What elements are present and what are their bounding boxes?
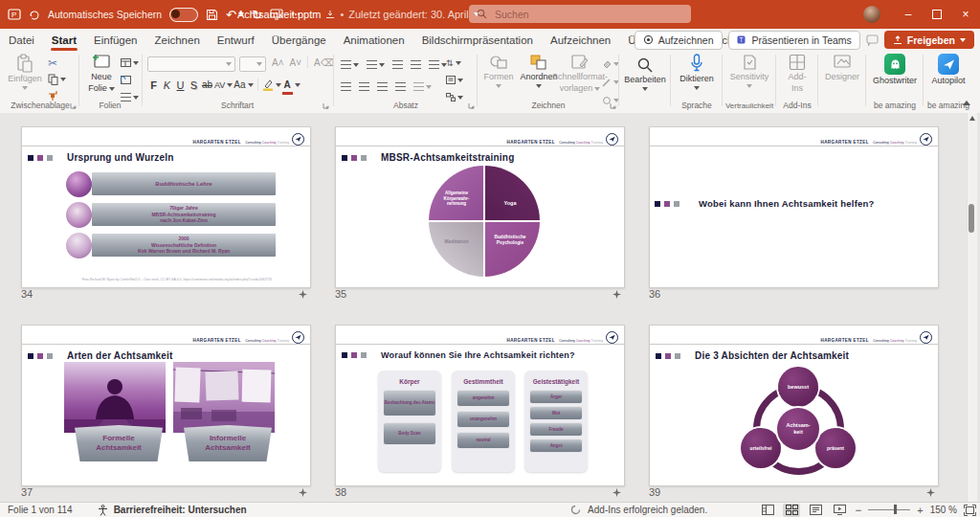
line-spacing-icon[interactable]	[429, 57, 447, 72]
tab-start[interactable]: Start	[43, 29, 85, 51]
shape-outline-icon[interactable]	[602, 75, 619, 89]
user-avatar[interactable]	[863, 6, 880, 23]
editing-button[interactable]: Bearbeiten	[622, 56, 668, 91]
buddha-photo-circle	[66, 171, 92, 197]
dictate-button[interactable]: Diktieren	[676, 54, 718, 90]
italic-button[interactable]: K	[161, 79, 173, 91]
slide-layout-icon[interactable]	[121, 56, 139, 70]
reset-slide-icon[interactable]	[121, 73, 139, 87]
slide-thumbnail-35[interactable]: HARGARTEN ETZEL Consulting Coaching Trai…	[335, 126, 625, 288]
paste-button[interactable]: Einfügen	[8, 54, 42, 90]
share-button[interactable]: Freigeben	[884, 31, 974, 49]
save-icon[interactable]	[206, 9, 218, 21]
tab-einfuegen[interactable]: Einfügen	[85, 29, 145, 51]
zoom-slider-thumb[interactable]	[894, 505, 897, 514]
clear-formatting-icon[interactable]: A⌫	[314, 57, 334, 68]
font-dialog-launcher[interactable]	[323, 102, 329, 109]
shapes-button[interactable]: Formen	[480, 54, 517, 88]
clipboard-dialog-launcher[interactable]	[70, 102, 77, 109]
increase-indent-icon[interactable]	[411, 57, 421, 72]
collapse-ribbon-icon[interactable]	[963, 101, 970, 105]
maximize-button[interactable]	[923, 0, 951, 29]
search-input[interactable]	[493, 8, 683, 21]
designer-button[interactable]: Designer	[821, 54, 863, 82]
strikethrough-button[interactable]: ab	[201, 79, 213, 90]
vertical-scrollbar[interactable]	[967, 113, 977, 502]
bewusst-node: bewusst	[778, 367, 818, 407]
font-name-combobox[interactable]	[147, 56, 235, 72]
decrease-font-icon[interactable]: A˅	[290, 57, 302, 68]
ghostwriter-button[interactable]: Ghostwriter	[871, 54, 919, 86]
bullets-icon[interactable]	[341, 57, 359, 72]
search-box[interactable]	[469, 5, 691, 23]
record-button[interactable]: Aufzeichnen	[635, 31, 723, 50]
slide-title: Wobei kann Ihnen Achtsamkeit helfen?	[699, 198, 875, 209]
reading-view-button[interactable]	[807, 504, 824, 517]
increase-font-icon[interactable]: A˄	[272, 57, 284, 68]
font-size-combobox[interactable]	[239, 56, 266, 72]
quick-styles-button[interactable]: Schnellformat- vorlagen	[559, 54, 601, 94]
numbering-icon[interactable]	[367, 57, 385, 72]
align-text-icon[interactable]	[446, 73, 463, 87]
font-color-button[interactable]: A	[282, 78, 301, 92]
new-slide-button[interactable]: Neue Folie	[84, 54, 119, 94]
align-right-icon[interactable]	[377, 79, 388, 94]
cut-icon[interactable]: ✂	[48, 56, 66, 70]
slideshow-view-button[interactable]	[831, 504, 848, 517]
text-shadow-button[interactable]: S	[188, 79, 200, 91]
justify-icon[interactable]	[395, 79, 406, 94]
tab-aufzeichnen[interactable]: Aufzeichnen	[542, 29, 619, 51]
shape-fill-icon[interactable]	[602, 56, 619, 71]
slide-counter[interactable]: Folie 1 von 114	[8, 505, 73, 515]
zoom-out-button[interactable]: −	[855, 504, 861, 517]
slide-thumbnail-36[interactable]: HARGARTEN ETZEL Consulting Coaching Trai…	[649, 126, 939, 288]
highlight-color-button[interactable]	[262, 78, 281, 92]
scroll-up-arrow[interactable]	[969, 116, 975, 121]
minimize-button[interactable]: –	[894, 0, 923, 29]
copy-icon[interactable]	[48, 72, 66, 86]
bold-button[interactable]: F	[147, 79, 160, 91]
decrease-indent-icon[interactable]	[392, 57, 403, 72]
sensitivity-button[interactable]: Sensitivity	[725, 54, 773, 88]
last-modified-label[interactable]: Zuletzt geändert: 30. April	[348, 9, 468, 20]
normal-view-button[interactable]	[759, 504, 776, 517]
zoom-slider[interactable]	[868, 509, 910, 510]
change-case-button[interactable]: Aa	[234, 78, 253, 92]
tab-entwurf[interactable]: Entwurf	[209, 29, 263, 51]
zoom-percentage[interactable]: 150 %	[930, 505, 957, 515]
columns-icon[interactable]	[413, 79, 432, 94]
tab-bildschirmpraesentation[interactable]: Bildschirmpräsentation	[413, 29, 542, 51]
autopilot-button[interactable]: Autopilot	[926, 54, 970, 86]
close-button[interactable]: ×	[951, 0, 980, 29]
tab-animationen[interactable]: Animationen	[335, 29, 413, 51]
addin-spinner-icon	[570, 505, 581, 515]
slide-sorter-view-button[interactable]	[783, 504, 800, 517]
paragraph-dialog-launcher[interactable]	[468, 102, 475, 109]
present-in-teams-button[interactable]: T Präsentieren in Teams	[728, 31, 860, 50]
slide-thumbnail-37[interactable]: HARGARTEN ETZEL Consulting Coaching Trai…	[21, 325, 311, 486]
zoom-in-button[interactable]: +	[917, 505, 923, 516]
addins-button[interactable]: Add- Ins	[779, 54, 815, 94]
tab-uebergaenge[interactable]: Übergänge	[263, 29, 335, 51]
accessibility-status[interactable]: Barrierefreiheit: Untersuchen	[114, 505, 247, 515]
tab-zeichnen[interactable]: Zeichnen	[145, 29, 208, 51]
comments-icon[interactable]	[866, 34, 879, 46]
fit-slide-to-window-button[interactable]	[964, 505, 976, 516]
underline-button[interactable]: U	[174, 79, 187, 91]
align-left-icon[interactable]	[341, 79, 351, 94]
character-spacing-button[interactable]: AV	[214, 78, 233, 92]
text-direction-icon[interactable]: ⇅	[446, 56, 463, 70]
drawing-dialog-launcher[interactable]	[610, 102, 616, 109]
document-title[interactable]: Achtsamkeit.pptm	[237, 9, 321, 20]
align-center-icon[interactable]	[359, 79, 369, 94]
arrange-button[interactable]: Anordnen	[519, 54, 559, 88]
ribbon-tab-row: Datei Start Einfügen Zeichnen Entwurf Üb…	[0, 29, 980, 51]
slide-thumbnail-34[interactable]: HARGARTEN ETZEL Consulting Coaching Trai…	[21, 126, 311, 288]
slide-thumbnail-39[interactable]: HARGARTEN ETZEL Consulting Coaching Trai…	[649, 325, 939, 486]
autosave-toggle[interactable]	[169, 8, 198, 22]
slide-thumbnail-38[interactable]: HARGARTEN ETZEL Consulting Coaching Trai…	[335, 325, 625, 486]
slide-title: Worauf können Sie Ihre Achtsamkeit richt…	[381, 350, 575, 360]
tab-datei[interactable]: Datei	[0, 29, 43, 51]
autopilot-icon	[938, 54, 959, 75]
scrollbar-thumb[interactable]	[969, 204, 974, 233]
